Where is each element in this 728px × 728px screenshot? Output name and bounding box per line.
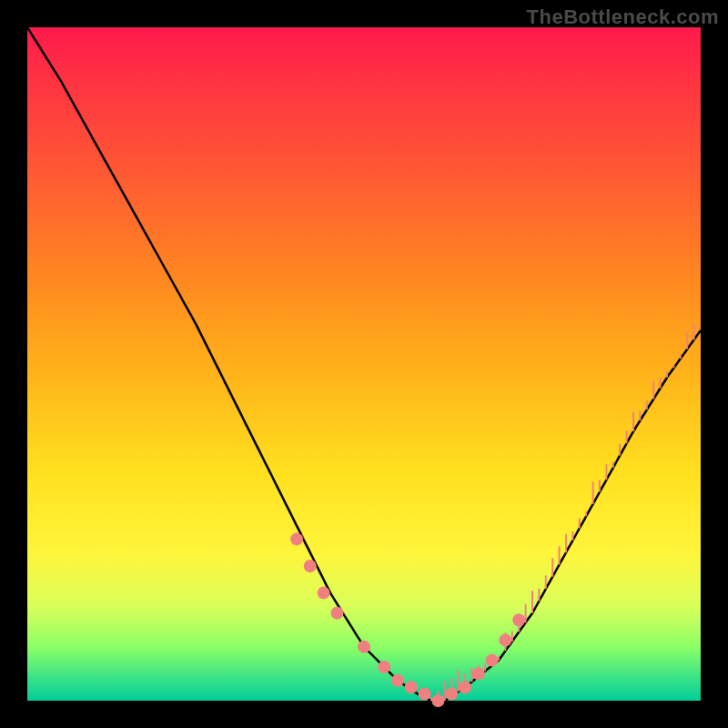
highlight-markers bbox=[290, 532, 525, 707]
marker-dot bbox=[358, 641, 370, 653]
watermark-text: TheBottleneck.com bbox=[527, 5, 719, 29]
bottleneck-curve bbox=[27, 27, 701, 701]
noise-ticks bbox=[431, 324, 694, 701]
plot-area bbox=[27, 27, 701, 701]
marker-dot bbox=[391, 674, 404, 687]
curve-layer bbox=[27, 27, 701, 701]
marker-dot bbox=[330, 607, 343, 620]
marker-dot bbox=[405, 681, 418, 693]
marker-dot bbox=[378, 661, 390, 673]
marker-dot bbox=[304, 560, 317, 572]
marker-dot bbox=[290, 532, 303, 545]
marker-dot bbox=[419, 688, 431, 701]
chart-frame: TheBottleneck.com bbox=[0, 0, 728, 728]
marker-dot bbox=[318, 587, 330, 600]
